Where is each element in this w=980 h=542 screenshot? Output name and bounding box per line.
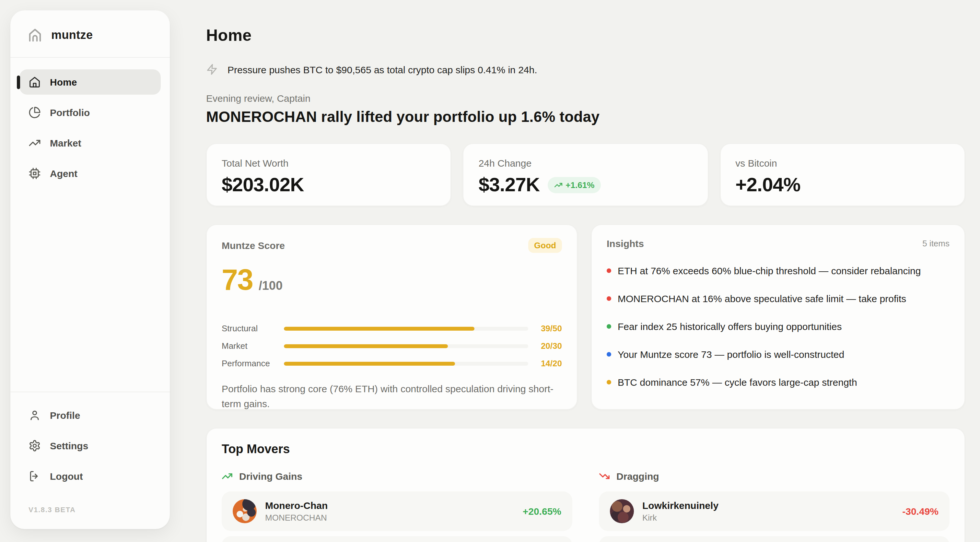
trending-up-icon	[222, 471, 233, 482]
trending-down-icon	[599, 471, 610, 482]
insights-list: ETH at 76% exceeds 60% blue-chip thresho…	[607, 265, 950, 388]
mover-symbol: MONEROCHAN	[265, 513, 514, 523]
kirk-avatar	[610, 499, 634, 523]
insight-dot	[607, 296, 611, 301]
gainers-label: Driving Gains	[239, 471, 302, 482]
mover-row-lowkirkenuinely[interactable]: Lowkirkenuinely Kirk -30.49%	[599, 491, 950, 531]
breakdown-track	[284, 362, 528, 365]
mover-change: -30.49%	[902, 506, 939, 517]
stat-value: $203.02K	[222, 174, 304, 196]
sidebar-nav: Home Portfolio Market	[10, 58, 170, 186]
gear-icon	[29, 440, 41, 452]
pie-chart-icon	[29, 106, 41, 119]
page-title: Home	[206, 26, 965, 45]
insight-text: ETH at 76% exceeds 60% blue-chip thresho…	[618, 265, 921, 276]
zap-icon	[206, 64, 218, 75]
monero-chan-avatar	[233, 499, 257, 523]
mover-row-partial	[222, 536, 572, 542]
app-window: muntze Home Portfolio	[0, 0, 980, 542]
breakdown-track	[284, 327, 528, 330]
sidebar-item-label: Logout	[50, 471, 83, 482]
top-movers-title: Top Movers	[222, 442, 950, 456]
app-version: V1.8.3 BETA	[10, 489, 170, 529]
sidebar-item-label: Portfolio	[50, 107, 90, 118]
top-movers-grid: Driving Gains Monero-Chan MONEROCHAN +20…	[222, 471, 950, 542]
user-icon	[29, 409, 41, 421]
insights-card: Insights 5 items ETH at 76% exceeds 60% …	[591, 224, 965, 410]
score-card-title: Muntze Score	[222, 240, 285, 251]
score-breakdown: Structural 39/50 Market 20/30 Performanc…	[222, 324, 562, 368]
breakdown-value: 20/30	[528, 341, 562, 351]
app-logo: muntze	[10, 10, 170, 57]
breakdown-fill	[284, 344, 447, 348]
sidebar-item-profile[interactable]: Profile	[19, 403, 161, 428]
muntze-logo-icon	[27, 27, 43, 43]
insight-item: ETH at 76% exceeds 60% blue-chip thresho…	[607, 265, 950, 276]
muntze-score-card: Muntze Score Good 73 /100 Structural 39/…	[206, 224, 578, 410]
insight-item: Your Muntze score 73 — portfolio is well…	[607, 349, 950, 360]
breakdown-fill	[284, 327, 474, 330]
change-badge-label: +1.61%	[565, 180, 594, 190]
change-badge: +1.61%	[547, 177, 601, 193]
sidebar-item-label: Settings	[50, 440, 88, 451]
score-summary: Portfolio has strong core (76% ETH) with…	[222, 381, 562, 411]
breakdown-value: 39/50	[528, 324, 562, 333]
sidebar-item-market[interactable]: Market	[19, 130, 161, 156]
logout-icon	[29, 470, 41, 482]
cpu-icon	[29, 167, 41, 180]
trending-up-icon	[29, 137, 41, 149]
sidebar-item-label: Profile	[50, 410, 80, 421]
sidebar-footer: Profile Settings Logout	[10, 392, 170, 489]
score-status-badge: Good	[528, 238, 562, 253]
insights-count: 5 items	[922, 239, 950, 248]
mover-change: +20.65%	[523, 506, 561, 517]
insight-dot	[607, 352, 611, 357]
news-ticker: Pressure pushes BTC to $90,565 as total …	[206, 64, 965, 75]
sidebar-item-settings[interactable]: Settings	[19, 433, 161, 458]
mover-row-partial	[599, 536, 950, 542]
breakdown-label: Structural	[222, 324, 284, 333]
insight-text: MONEROCHAN at 16% above speculative safe…	[618, 293, 906, 304]
sidebar-item-logout[interactable]: Logout	[19, 464, 161, 489]
score-insights-row: Muntze Score Good 73 /100 Structural 39/…	[206, 224, 965, 410]
score-value: 73	[222, 263, 253, 297]
insight-text: Your Muntze score 73 — portfolio is well…	[618, 349, 844, 360]
headline: MONEROCHAN rally lifted your portfolio u…	[206, 108, 965, 126]
breakdown-label: Performance	[222, 359, 284, 368]
insight-item: BTC dominance 57% — cycle favors large-c…	[607, 377, 950, 388]
sidebar-item-home[interactable]: Home	[19, 69, 161, 95]
gainers-column: Driving Gains Monero-Chan MONEROCHAN +20…	[222, 471, 572, 542]
sidebar: muntze Home Portfolio	[10, 10, 170, 529]
app-name: muntze	[51, 28, 93, 42]
sidebar-spacer	[10, 186, 170, 392]
sidebar-item-label: Home	[50, 77, 77, 88]
main-content: Home Pressure pushes BTC to $90,565 as t…	[206, 0, 965, 542]
mover-row-monero-chan[interactable]: Monero-Chan MONEROCHAN +20.65%	[222, 491, 572, 531]
insights-title: Insights	[607, 238, 644, 249]
losers-label: Dragging	[616, 471, 659, 482]
sidebar-item-agent[interactable]: Agent	[19, 161, 161, 186]
sidebar-item-portfolio[interactable]: Portfolio	[19, 100, 161, 125]
insight-item: MONEROCHAN at 16% above speculative safe…	[607, 293, 950, 304]
insight-item: Fear index 25 historically offers buying…	[607, 321, 950, 332]
breakdown-fill	[284, 362, 455, 365]
breakdown-label: Market	[222, 341, 284, 351]
mover-symbol: Kirk	[642, 513, 894, 523]
breakdown-row-market: Market 20/30	[222, 341, 562, 351]
insight-dot	[607, 380, 611, 384]
stat-card-24h-change: 24h Change $3.27K +1.61%	[463, 143, 708, 206]
breakdown-row-structural: Structural 39/50	[222, 324, 562, 333]
stat-label: 24h Change	[479, 158, 693, 169]
insight-dot	[607, 268, 611, 273]
sidebar-item-label: Market	[50, 137, 81, 148]
breakdown-value: 14/20	[528, 359, 562, 368]
stat-card-net-worth: Total Net Worth $203.02K	[206, 143, 452, 206]
stat-card-vs-bitcoin: vs Bitcoin +2.04%	[720, 143, 965, 206]
stat-label: Total Net Worth	[222, 158, 436, 169]
insight-text: Fear index 25 historically offers buying…	[618, 321, 842, 332]
greeting: Evening review, Captain	[206, 93, 965, 104]
ticker-text: Pressure pushes BTC to $90,565 as total …	[228, 64, 537, 75]
stats-row: Total Net Worth $203.02K 24h Change $3.2…	[206, 143, 965, 206]
stat-label: vs Bitcoin	[735, 158, 950, 169]
stat-value: +2.04%	[735, 174, 800, 196]
